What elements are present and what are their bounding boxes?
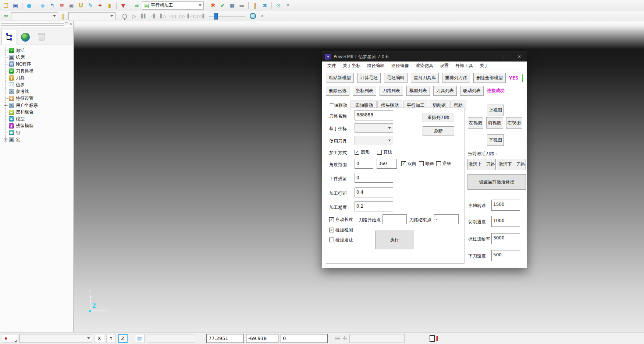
model-list-button[interactable]: 模型列表 bbox=[406, 86, 430, 96]
rewind-icon[interactable]: ◁◁ bbox=[168, 12, 177, 21]
tab-explorer-web[interactable] bbox=[18, 30, 33, 45]
panel-grip[interactable]: ❐ ✕ bbox=[0, 21, 73, 27]
tree-item-macros[interactable]: + ▣ 宏 bbox=[2, 136, 73, 143]
tree-item-toolpaths[interactable]: ≈ 刀具路径 bbox=[2, 68, 73, 75]
activate-next-button[interactable]: 激活下一刀路 bbox=[498, 159, 526, 170]
minimize-button[interactable]: — bbox=[483, 52, 497, 62]
stock-remain-input[interactable]: 0 bbox=[355, 173, 393, 183]
plunge-feed-input[interactable]: 500 bbox=[491, 250, 520, 261]
menu-path-edit[interactable]: 路径编辑 bbox=[364, 62, 388, 70]
tree-item-activate[interactable]: › 激活 bbox=[2, 47, 73, 54]
locate-anchor-icon[interactable]: ✛ bbox=[342, 335, 347, 342]
rapid-feed-input[interactable]: 3000 bbox=[491, 233, 520, 244]
simulation-speed-slider[interactable] bbox=[209, 13, 245, 20]
tab-explorer-recycle[interactable] bbox=[34, 30, 49, 45]
line-checkbox[interactable]: 直线 bbox=[377, 149, 392, 155]
tree-item-workplanes[interactable]: + ✎ 用户坐标系 bbox=[2, 102, 73, 109]
measure-field[interactable] bbox=[349, 334, 405, 343]
climb-mill-checkbox[interactable]: 顺铣 bbox=[419, 161, 434, 167]
strategy-combobox[interactable]: ▤ 平行精加工 bbox=[142, 1, 204, 10]
rapid-move-icon[interactable]: ↰ bbox=[48, 1, 57, 10]
menu-about[interactable]: 关于 bbox=[477, 62, 491, 70]
go-to-start-icon[interactable]: ▌◁◁ bbox=[187, 12, 196, 21]
toolpath-icon[interactable]: ≈ bbox=[132, 1, 141, 10]
toolpath-combobox[interactable] bbox=[11, 12, 58, 20]
set-active-path-button[interactable]: 设置当前激活路径 bbox=[467, 174, 526, 190]
toolpath-select-icon[interactable]: ≈ bbox=[1, 12, 10, 21]
collision-avoid-checkbox[interactable]: 碰撞避让 bbox=[329, 237, 353, 243]
menu-settings[interactable]: 设置 bbox=[437, 62, 452, 70]
step-back-icon[interactable]: ◁▌ bbox=[149, 12, 158, 21]
auto-length-checkbox[interactable]: ✓自动长度 bbox=[329, 217, 353, 223]
step-forward-icon[interactable]: ▌▷ bbox=[159, 12, 167, 21]
coord-list-button[interactable]: 坐标列表 bbox=[353, 86, 376, 96]
drive-list-button[interactable]: 驱动列表 bbox=[460, 86, 484, 96]
expand-icon[interactable]: + bbox=[4, 138, 7, 141]
lightbulb-icon[interactable] bbox=[120, 12, 129, 21]
calc-stock-button[interactable]: 计算毛坯 bbox=[357, 73, 381, 83]
conventional-mill-checkbox[interactable]: 逆铣 bbox=[436, 161, 451, 167]
leads-links-icon[interactable]: ≡ bbox=[57, 1, 66, 10]
tree-item-feature-sets[interactable]: ◆ 特征设置 bbox=[2, 95, 73, 102]
collision-check-icon[interactable]: ▼ bbox=[119, 1, 128, 10]
grid-toggle-button[interactable]: ▦ bbox=[135, 334, 145, 343]
menu-coords[interactable]: 关于坐标 bbox=[340, 62, 363, 70]
tool-list-button[interactable]: 刀具列表 bbox=[433, 86, 457, 96]
pattern-icon[interactable]: ✎ bbox=[86, 1, 95, 10]
axis-y-button[interactable]: Y bbox=[106, 334, 116, 343]
view-right-button[interactable]: 右视图 bbox=[506, 117, 522, 129]
end-point-input[interactable]: - bbox=[434, 214, 459, 224]
rearrange-button[interactable]: 重排列刀路 bbox=[423, 113, 454, 122]
boundary-icon[interactable]: U bbox=[77, 1, 85, 10]
maximize-button[interactable]: ☐ bbox=[497, 52, 512, 62]
tree-item-boundaries[interactable]: ○ 边界 bbox=[2, 81, 73, 88]
ruler-icon[interactable]: ▬ bbox=[237, 1, 246, 10]
stepover-input[interactable]: 0.4 bbox=[355, 187, 393, 197]
angle-from-input[interactable]: 0 bbox=[355, 159, 373, 169]
cutting-feed-input[interactable]: 1000 bbox=[491, 216, 520, 227]
tolerance-input[interactable]: 0.2 bbox=[355, 201, 393, 211]
block-icon[interactable]: ◆ bbox=[38, 1, 47, 10]
coord-x-field[interactable]: 77.2951 bbox=[206, 334, 244, 343]
angle-to-input[interactable]: 360 bbox=[377, 159, 397, 169]
tree-item-levels[interactable]: ≡ 层和组合 bbox=[2, 109, 73, 116]
workplane-combobox[interactable] bbox=[19, 334, 92, 343]
spindle-speed-input[interactable]: 1500 bbox=[491, 200, 520, 211]
toolpath-list-button[interactable]: 刀路列表 bbox=[380, 86, 403, 96]
menu-path-mirror[interactable]: 路径镜像 bbox=[388, 62, 412, 70]
bidirectional-checkbox[interactable]: ✓双向 bbox=[401, 161, 416, 167]
menu-render-sim[interactable]: 渲染仿真 bbox=[413, 62, 436, 70]
stock-edit-button[interactable]: 毛坯编辑 bbox=[384, 73, 408, 83]
tool-pair-icon[interactable]: ‖ bbox=[251, 1, 260, 10]
tree-item-models[interactable]: ◆ 模型 bbox=[2, 116, 73, 123]
axis-z-button[interactable]: Z bbox=[118, 334, 128, 343]
notes-book-icon[interactable] bbox=[430, 335, 435, 342]
view-bottom-button[interactable]: 下视图 bbox=[487, 134, 504, 146]
coord-z-field[interactable]: 0 bbox=[281, 334, 328, 343]
open-project-icon[interactable]: ❏ bbox=[1, 1, 10, 10]
play-icon[interactable]: ▷ bbox=[130, 12, 139, 21]
rearrange-toolpaths-button[interactable]: 重排列刀路 bbox=[442, 73, 470, 83]
expand-icon[interactable]: + bbox=[4, 104, 7, 107]
toolpath-name-input[interactable]: 888888 bbox=[355, 110, 393, 120]
execute-button[interactable]: 执行 bbox=[375, 231, 414, 249]
tree-item-groups[interactable]: ● 组 bbox=[2, 129, 73, 136]
database-icon[interactable]: ⊙ bbox=[274, 1, 283, 10]
tree-item-stock-models[interactable]: ▲ 残留模型 bbox=[2, 123, 73, 130]
tree-item-nc-program[interactable]: ▤ NC程序 bbox=[2, 61, 73, 68]
refresh-button[interactable]: 刷新 bbox=[423, 126, 454, 136]
delete-selected-button[interactable]: 删除已选 bbox=[326, 86, 349, 96]
pause-icon[interactable]: ▌▌ bbox=[139, 12, 148, 21]
simulate-check-icon[interactable]: ✔ bbox=[218, 1, 227, 10]
based-coord-combobox[interactable] bbox=[355, 123, 393, 133]
view-left-button[interactable]: 左视图 bbox=[468, 117, 483, 129]
tool-select-icon[interactable]: ‖ bbox=[59, 12, 68, 21]
calculator-icon[interactable]: ▦ bbox=[228, 1, 236, 10]
coord-y-field[interactable]: -69.918 bbox=[246, 334, 278, 343]
menu-external-tools[interactable]: 外部工具 bbox=[452, 62, 476, 70]
delete-all-models-button[interactable]: 删除全部模型 bbox=[473, 73, 506, 83]
tree-item-machine[interactable]: ▦ 机床 bbox=[2, 54, 73, 61]
tool-library-button[interactable]: 星河刀具库 bbox=[411, 73, 439, 83]
tab-explorer-tree[interactable] bbox=[1, 30, 17, 45]
xyz-list-icon[interactable] bbox=[335, 337, 340, 340]
